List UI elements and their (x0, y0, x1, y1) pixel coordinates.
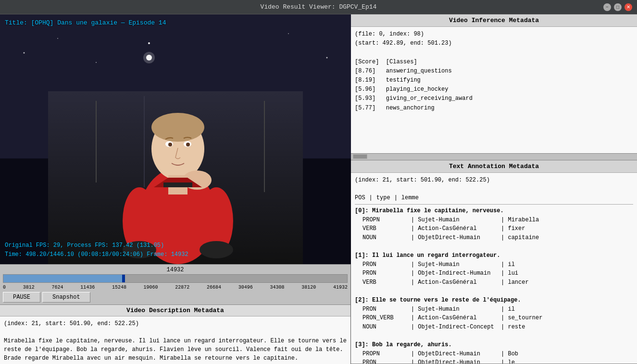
pause-button[interactable]: PAUSE (3, 292, 40, 303)
snapshot-button[interactable]: Snapshot (42, 292, 90, 303)
description-header: Video Description Metadata (0, 305, 350, 316)
inference-content[interactable]: (file: 0, index: 98) (start: 492.89, end… (351, 27, 637, 153)
tick-7: 26684 (207, 285, 221, 290)
svg-point-7 (288, 33, 289, 34)
scrubber-fill (3, 275, 124, 282)
tick-9: 34308 (270, 285, 284, 290)
tick-labels: 0 3812 7624 11436 15248 19060 22872 2668… (3, 285, 348, 290)
title-bar: Video Result Viewer: DGPCV_Ep14 − □ ✕ (0, 0, 637, 14)
video-bottom-overlay: Original FPS: 29, Process FPS: 137.42 (1… (5, 241, 188, 259)
tick-6: 22872 (175, 285, 189, 290)
main-layout: Title: [OPHQ] Dans une galaxie — Episode… (0, 14, 637, 364)
col-type-label: type (376, 194, 390, 203)
right-panel: Video Inference Metadata (file: 0, index… (351, 14, 637, 364)
inference-header: Video Inference Metadata (351, 14, 637, 27)
description-content[interactable]: (index: 21, start: 501.90, end: 522.25) … (0, 316, 350, 364)
maximize-button[interactable]: □ (614, 3, 622, 11)
svg-point-3 (24, 52, 25, 54)
svg-point-18 (151, 113, 204, 142)
window-title: Video Result Viewer: DGPCV_Ep14 (34, 3, 603, 11)
annotation-section: Text Annotation Metadata (index: 21, sta… (351, 160, 637, 364)
annotation-content[interactable]: (index: 21, start: 501.90, end: 522.25) … (351, 173, 637, 364)
tick-0: 0 (3, 285, 6, 290)
tick-4: 15248 (112, 285, 126, 290)
annotation-index: (index: 21, start: 501.90, end: 522.25) (355, 176, 633, 185)
tick-11: 41932 (333, 285, 348, 290)
controls-row: PAUSE Snapshot (3, 292, 348, 303)
minimize-button[interactable]: − (603, 3, 611, 11)
time-overlay: Time: 498.20/1446.10 (00:08:18/00:24:06)… (5, 250, 188, 259)
svg-point-22 (168, 143, 172, 146)
tick-8: 30496 (238, 285, 253, 290)
close-button[interactable]: ✕ (625, 3, 632, 11)
scrubber-track[interactable] (3, 274, 348, 283)
window-controls: − □ ✕ (603, 3, 632, 11)
tick-5: 19060 (144, 285, 158, 290)
svg-point-10 (143, 52, 155, 63)
inference-section: Video Inference Metadata (file: 0, index… (351, 14, 637, 160)
svg-rect-25 (163, 182, 192, 187)
tick-1: 3812 (23, 285, 35, 290)
tick-2: 7624 (51, 285, 63, 290)
frame-number: 14932 (3, 267, 348, 273)
annotation-header: Text Annotation Metadata (351, 160, 637, 173)
svg-point-23 (186, 143, 190, 146)
col-divider (355, 204, 633, 205)
left-panel: Title: [OPHQ] Dans une galaxie — Episode… (0, 14, 351, 364)
timeline-area: 14932 0 3812 7624 11436 15248 19060 2287… (0, 264, 350, 304)
annotation-rows: [0]: Mirabella fixe le capitaine, nerveu… (355, 206, 633, 364)
svg-point-5 (96, 62, 97, 63)
svg-point-6 (148, 42, 150, 44)
svg-point-8 (326, 57, 328, 59)
svg-point-4 (57, 38, 58, 39)
description-panel: Video Description Metadata (index: 21, s… (0, 304, 350, 364)
desc-index-line: (index: 21, start: 501.90, end: 522.25) (4, 319, 347, 328)
scrubber-thumb[interactable] (122, 275, 125, 282)
desc-text: Mirabella fixe le capitaine, nerveuse. I… (4, 337, 347, 363)
col-lemme-label: lemme (401, 194, 419, 203)
inference-hscroll[interactable] (351, 153, 637, 160)
video-title-overlay: Title: [OPHQ] Dans une galaxie — Episode… (5, 19, 166, 26)
video-area: Title: [OPHQ] Dans une galaxie — Episode… (0, 14, 351, 264)
fps-overlay: Original FPS: 29, Process FPS: 137.42 (1… (5, 241, 188, 250)
col-pos-label: POS (355, 194, 365, 203)
svg-point-29 (200, 241, 233, 258)
tick-10: 38120 (301, 285, 316, 290)
annotation-columns: POS | type | lemme (355, 194, 633, 203)
tick-3: 11436 (80, 285, 95, 290)
